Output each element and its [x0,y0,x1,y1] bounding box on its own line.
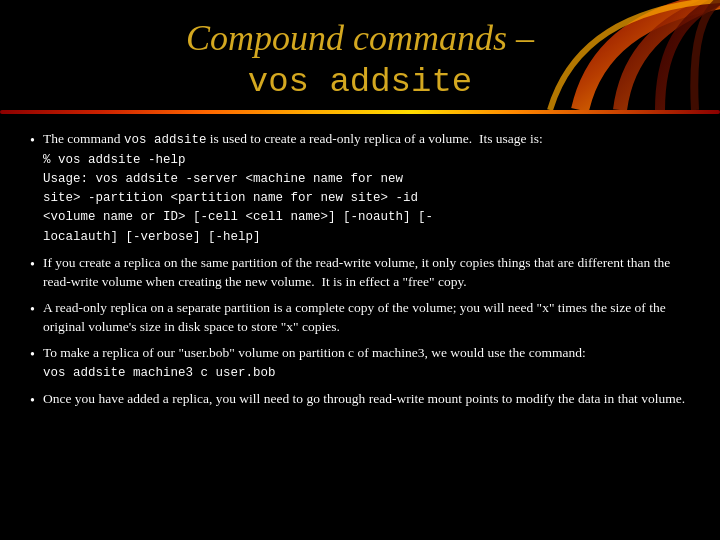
title-line2: vos addsite [248,63,472,101]
bullet-dot-1: • [30,131,35,151]
bullet-item-3: • A read-only replica on a separate part… [30,299,690,336]
bullet-item-5: • Once you have added a replica, you wil… [30,390,690,411]
title-area: Compound commands – vos addsite [0,0,720,110]
bullet-dot-4: • [30,345,35,365]
inline-code-1: vos addsite [124,133,207,147]
bullet-text-3: A read-only replica on a separate partit… [43,299,690,336]
bullet-list: • The command vos addsite is used to cre… [30,130,690,410]
bullet-item-2: • If you create a replica on the same pa… [30,254,690,291]
bullet-text-5: Once you have added a replica, you will … [43,390,685,409]
bullet-item-4: • To make a replica of our "user.bob" vo… [30,344,690,382]
code-block-1b: Usage: vos addsite -server <machine name… [43,172,433,244]
bullet-dot-2: • [30,255,35,275]
bullet-text-2: If you create a replica on the same part… [43,254,690,291]
slide-title: Compound commands – vos addsite [20,18,700,102]
title-line1: Compound commands – [186,18,534,58]
bullet-text-1: The command vos addsite is used to creat… [43,130,543,246]
code-block-4: vos addsite machine3 c user.bob [43,366,276,380]
slide-container: Compound commands – vos addsite • The co… [0,0,720,540]
divider [0,110,720,114]
content-area: • The command vos addsite is used to cre… [0,124,720,540]
bullet-text-4: To make a replica of our "user.bob" volu… [43,344,586,382]
bullet-item-1: • The command vos addsite is used to cre… [30,130,690,246]
bullet-dot-3: • [30,300,35,320]
bullet-dot-5: • [30,391,35,411]
code-block-1a: % vos addsite -help [43,153,186,167]
